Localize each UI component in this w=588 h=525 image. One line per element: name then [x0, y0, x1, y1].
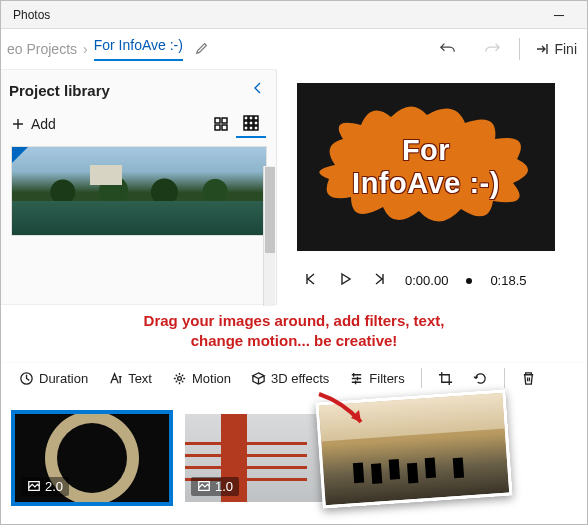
- time-current: 0:00.00: [405, 273, 448, 288]
- time-dot-icon: [466, 278, 472, 284]
- project-library-panel: Project library Add: [1, 69, 277, 305]
- time-total: 0:18.5: [490, 273, 526, 288]
- 3d-effects-label: 3D effects: [271, 371, 329, 386]
- play-button[interactable]: [337, 271, 353, 290]
- panel-title: Project library: [9, 82, 110, 99]
- svg-rect-2: [215, 125, 220, 130]
- crop-button[interactable]: [430, 367, 461, 390]
- preview-area: For InfoAve :-) 0:00.00 0:18.5: [277, 69, 587, 305]
- duration-label: Duration: [39, 371, 88, 386]
- svg-rect-5: [249, 116, 253, 120]
- overlay-text-line1: For: [352, 134, 500, 167]
- 3d-effects-button[interactable]: 3D effects: [243, 367, 337, 390]
- library-scrollbar[interactable]: [263, 166, 275, 306]
- redo-button: [475, 32, 509, 66]
- filters-button[interactable]: Filters: [341, 367, 412, 390]
- duration-button[interactable]: Duration: [11, 367, 96, 390]
- undo-button[interactable]: [431, 32, 465, 66]
- top-row: eo Projects › For InfoAve :-) Fini: [1, 29, 587, 69]
- timeline-clip-1[interactable]: 2.0: [11, 410, 173, 506]
- breadcrumb: eo Projects › For InfoAve :-): [7, 37, 209, 61]
- app-title: Photos: [13, 8, 539, 22]
- filters-label: Filters: [369, 371, 404, 386]
- svg-rect-1: [222, 118, 227, 123]
- svg-rect-10: [244, 126, 248, 130]
- svg-rect-8: [249, 121, 253, 125]
- breadcrumb-parent[interactable]: eo Projects: [7, 41, 77, 57]
- overlay-text-line2: InfoAve :-): [352, 167, 500, 200]
- tutorial-arrow-icon: [313, 388, 379, 440]
- chevron-right-icon: ›: [83, 41, 88, 57]
- minimize-button[interactable]: ─: [539, 7, 579, 23]
- delete-button[interactable]: [513, 367, 544, 390]
- svg-rect-3: [222, 125, 227, 130]
- clip-toolbar: Duration Text Motion 3D effects Filters: [1, 362, 587, 394]
- annotation-line2: change motion... be creative!: [1, 331, 587, 351]
- text-label: Text: [128, 371, 152, 386]
- pencil-icon[interactable]: [189, 41, 209, 58]
- finish-button[interactable]: Fini: [530, 41, 581, 57]
- breadcrumb-current[interactable]: For InfoAve :-): [94, 37, 183, 61]
- prev-frame-button[interactable]: [303, 271, 319, 290]
- preview-canvas[interactable]: For InfoAve :-): [297, 83, 555, 251]
- grid-large-view-button[interactable]: [206, 110, 236, 138]
- playback-controls: 0:00.00 0:18.5: [297, 271, 579, 290]
- svg-rect-6: [254, 116, 258, 120]
- svg-rect-0: [215, 118, 220, 123]
- add-button[interactable]: Add: [11, 116, 56, 132]
- finish-label: Fini: [554, 41, 577, 57]
- add-label: Add: [31, 116, 56, 132]
- svg-rect-11: [249, 126, 253, 130]
- annotation-line1: Drag your images around, add filters, te…: [1, 311, 587, 331]
- rotate-button[interactable]: [465, 367, 496, 390]
- next-frame-button[interactable]: [371, 271, 387, 290]
- motion-button[interactable]: Motion: [164, 367, 239, 390]
- window-titlebar: Photos ─: [1, 1, 587, 29]
- text-button[interactable]: Text: [100, 367, 160, 390]
- timeline[interactable]: 2.0 1.0: [1, 394, 587, 522]
- motion-label: Motion: [192, 371, 231, 386]
- library-thumbnail[interactable]: [11, 146, 267, 236]
- clip1-duration: 2.0: [45, 479, 63, 494]
- svg-point-14: [178, 376, 182, 380]
- grid-small-view-button[interactable]: [236, 110, 266, 138]
- clip2-duration: 1.0: [215, 479, 233, 494]
- svg-rect-4: [244, 116, 248, 120]
- svg-rect-9: [254, 121, 258, 125]
- collapse-panel-button[interactable]: [250, 80, 266, 100]
- svg-rect-7: [244, 121, 248, 125]
- svg-rect-12: [254, 126, 258, 130]
- tutorial-annotation: Drag your images around, add filters, te…: [1, 311, 587, 352]
